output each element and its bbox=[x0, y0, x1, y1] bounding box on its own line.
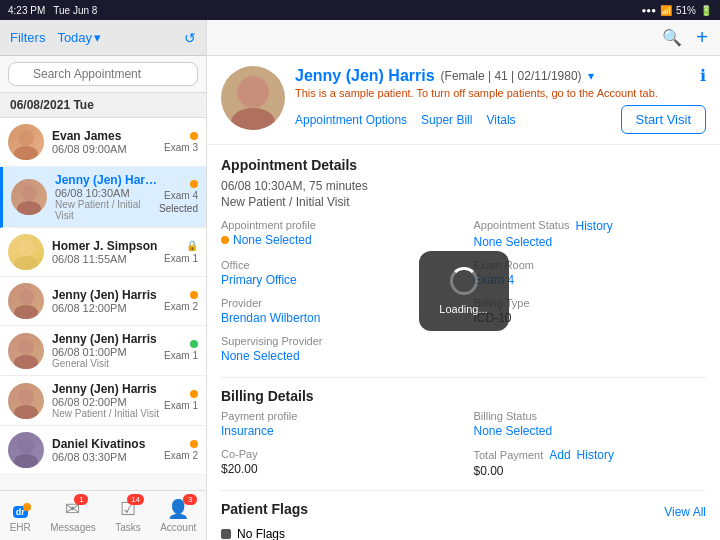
search-icon[interactable]: 🔍 bbox=[662, 28, 682, 47]
total-payment-field: Total Payment Add History $0.00 bbox=[474, 448, 707, 478]
date-header: 06/08/2021 Tue bbox=[0, 93, 206, 118]
apt-sub: General Visit bbox=[52, 358, 164, 369]
flag-label: No Flags bbox=[237, 527, 285, 540]
svg-point-2 bbox=[21, 185, 37, 201]
selected-label: Selected bbox=[159, 203, 198, 214]
search-box: 🔍 bbox=[0, 56, 206, 93]
signal-icon: ●●● bbox=[641, 6, 656, 15]
exam-label: Exam 1 bbox=[164, 253, 198, 264]
list-item[interactable]: Jenny (Jen) Harris 06/08 01:00PM General… bbox=[0, 326, 206, 376]
patient-header: Jenny (Jen) Harris (Female | 41 | 02/11/… bbox=[207, 56, 720, 145]
copay-field: Co-Pay $20.00 bbox=[221, 448, 454, 478]
refresh-icon[interactable]: ↺ bbox=[184, 30, 196, 46]
list-item[interactable]: Jenny (Jen) Harris 06/08 02:00PM New Pat… bbox=[0, 376, 206, 426]
super-bill-link[interactable]: Super Bill bbox=[421, 113, 472, 127]
appointment-options-link[interactable]: Appointment Options bbox=[295, 113, 407, 127]
payment-profile-value[interactable]: Insurance bbox=[221, 424, 454, 438]
account-label: Account bbox=[160, 522, 196, 533]
start-visit-button[interactable]: Start Visit bbox=[621, 105, 706, 134]
svg-point-13 bbox=[14, 454, 38, 468]
svg-point-11 bbox=[14, 405, 38, 419]
exam-label: Exam 4 bbox=[164, 190, 198, 201]
billing-status-label: Billing Status bbox=[474, 410, 707, 422]
divider-2 bbox=[221, 490, 706, 491]
svg-point-1 bbox=[14, 146, 38, 160]
status-bar: 4:23 PM Tue Jun 8 ●●● 📶 51% 🔋 bbox=[0, 0, 720, 20]
appointment-profile-label: Appointment profile bbox=[221, 219, 454, 231]
status-dot bbox=[190, 390, 198, 398]
avatar bbox=[8, 283, 44, 319]
list-item[interactable]: Evan James 06/08 09:00AM Exam 3 bbox=[0, 118, 206, 167]
total-payment-value: $0.00 bbox=[474, 464, 707, 478]
status-history-link[interactable]: History bbox=[576, 219, 613, 233]
patient-name: Jenny (Jen) Harris bbox=[52, 288, 164, 302]
patient-name: Evan James bbox=[52, 129, 164, 143]
flag-color-dot bbox=[221, 529, 231, 539]
status-left: 4:23 PM Tue Jun 8 bbox=[8, 5, 97, 16]
svg-point-4 bbox=[18, 240, 34, 256]
nav-messages[interactable]: ✉ 1 Messages bbox=[50, 498, 96, 533]
info-icon[interactable]: ℹ bbox=[700, 66, 706, 85]
appointment-details-grid: Appointment profile None Selected Appoin… bbox=[221, 219, 706, 363]
apt-time: 06/08 10:30AM bbox=[55, 187, 159, 199]
supervising-provider-value[interactable]: None Selected bbox=[221, 349, 454, 363]
sample-warning: This is a sample patient. To turn off sa… bbox=[295, 87, 706, 99]
avatar bbox=[8, 234, 44, 270]
apt-time: 06/08 11:55AM bbox=[52, 253, 164, 265]
chevron-down-icon[interactable]: ▾ bbox=[588, 69, 594, 83]
vitals-link[interactable]: Vitals bbox=[486, 113, 515, 127]
appointment-status-label: Appointment Status History bbox=[474, 219, 707, 233]
appointment-profile-value[interactable]: None Selected bbox=[233, 233, 312, 247]
svg-point-5 bbox=[14, 256, 38, 270]
apt-sub: New Patient / Initial Visit bbox=[55, 199, 159, 221]
nav-ehr[interactable]: dr EHR bbox=[10, 499, 31, 533]
flags-view-all[interactable]: View All bbox=[664, 505, 706, 519]
divider-1 bbox=[221, 377, 706, 378]
appointment-status-value[interactable]: None Selected bbox=[474, 235, 707, 249]
billing-details-title: Billing Details bbox=[221, 388, 706, 404]
ehr-badge bbox=[23, 503, 31, 511]
bottom-nav: dr EHR ✉ 1 Messages ☑ 14 Tasks bbox=[0, 490, 206, 540]
list-item[interactable]: Daniel Kivatinos 06/08 03:30PM Exam 2 bbox=[0, 426, 206, 475]
ehr-icon: dr bbox=[13, 506, 28, 518]
total-payment-history-link[interactable]: History bbox=[577, 448, 614, 462]
date: Tue Jun 8 bbox=[53, 5, 97, 16]
sidebar-header: Filters Today ▾ ↺ bbox=[0, 20, 206, 56]
total-payment-label: Total Payment Add History bbox=[474, 448, 707, 462]
list-item[interactable]: Jenny (Jen) Harris 06/08 10:30AM New Pat… bbox=[0, 167, 206, 228]
chevron-down-icon: ▾ bbox=[94, 30, 101, 45]
battery: 51% bbox=[676, 5, 696, 16]
loading-text: Loading... bbox=[439, 303, 487, 315]
appointment-status-field: Appointment Status History None Selected bbox=[474, 219, 707, 249]
billing-details-grid: Payment profile Insurance Billing Status… bbox=[221, 410, 706, 478]
account-badge: 3 bbox=[183, 494, 197, 505]
exam-label: Exam 2 bbox=[164, 450, 198, 461]
today-button[interactable]: Today ▾ bbox=[57, 30, 101, 45]
avatar bbox=[11, 179, 47, 215]
nav-account[interactable]: 👤 3 Account bbox=[160, 498, 196, 533]
list-item[interactable]: Jenny (Jen) Harris 06/08 12:00PM Exam 2 bbox=[0, 277, 206, 326]
nav-tasks[interactable]: ☑ 14 Tasks bbox=[115, 498, 141, 533]
lock-icon: 🔒 bbox=[186, 240, 198, 251]
exam-label: Exam 1 bbox=[164, 400, 198, 411]
total-payment-add-link[interactable]: Add bbox=[549, 448, 570, 462]
messages-badge: 1 bbox=[74, 494, 88, 505]
apt-details-time: 06/08 10:30AM, 75 minutes bbox=[221, 179, 706, 193]
status-dot bbox=[190, 440, 198, 448]
patient-name: Jenny (Jen) Harris bbox=[52, 332, 164, 346]
supervising-provider-field: Supervising Provider None Selected bbox=[221, 335, 454, 363]
battery-icon: 🔋 bbox=[700, 5, 712, 16]
list-item[interactable]: Homer J. Simpson 06/08 11:55AM 🔒 Exam 1 bbox=[0, 228, 206, 277]
copay-value: $20.00 bbox=[221, 462, 454, 476]
add-icon[interactable]: + bbox=[696, 26, 708, 49]
patient-name: Jenny (Jen) Harris bbox=[55, 173, 159, 187]
apt-time: 06/08 03:30PM bbox=[52, 451, 164, 463]
apt-time: 06/08 02:00PM bbox=[52, 396, 164, 408]
supervising-provider-label: Supervising Provider bbox=[221, 335, 454, 347]
svg-point-0 bbox=[18, 130, 34, 146]
search-input[interactable] bbox=[8, 62, 198, 86]
filters-button[interactable]: Filters bbox=[10, 30, 45, 45]
patient-flags-section: Patient Flags View All No Flags bbox=[221, 501, 706, 540]
billing-status-value[interactable]: None Selected bbox=[474, 424, 707, 438]
patient-meta: (Female | 41 | 02/11/1980) bbox=[441, 69, 582, 83]
